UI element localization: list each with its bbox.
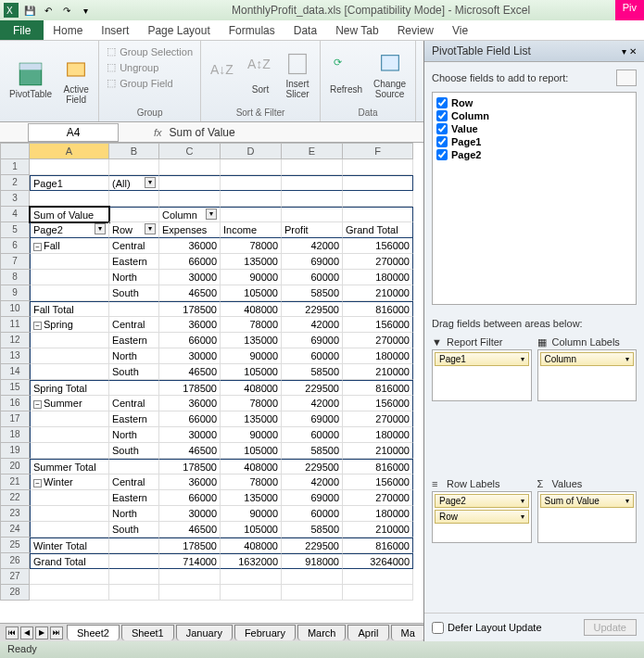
cell[interactable]: Fall Total — [30, 301, 109, 317]
cell[interactable] — [30, 285, 109, 301]
cell[interactable] — [109, 553, 159, 569]
row-10[interactable]: 10 — [0, 301, 30, 317]
activefield-button[interactable]: Active Field — [61, 55, 91, 107]
cell[interactable]: 60000 — [282, 427, 343, 443]
cell[interactable]: −Winter — [30, 475, 109, 490]
cell[interactable]: 816000 — [343, 301, 413, 317]
cell[interactable]: 918000 — [282, 553, 343, 569]
cell[interactable]: 156000 — [343, 238, 413, 254]
row-2[interactable]: 2 — [0, 175, 30, 191]
row-19[interactable]: 19 — [0, 443, 30, 459]
cell[interactable] — [159, 569, 221, 585]
update-button[interactable]: Update — [584, 619, 637, 636]
field-column[interactable]: Column — [436, 109, 632, 122]
cell[interactable]: 178500 — [159, 380, 221, 396]
cell[interactable]: 270000 — [343, 490, 413, 506]
cell[interactable]: Spring Total — [30, 380, 109, 396]
cell[interactable]: 180000 — [343, 427, 413, 443]
cells-area[interactable]: Page1(All)▾Sum of ValueColumn▾Page2▾Row▾… — [30, 159, 413, 601]
tab-home[interactable]: Home — [44, 21, 92, 40]
collapse-icon[interactable]: − — [33, 400, 42, 409]
cell[interactable]: 90000 — [221, 427, 282, 443]
cell[interactable]: 270000 — [343, 254, 413, 270]
cell[interactable] — [282, 159, 343, 175]
cell[interactable]: Eastern — [109, 411, 159, 427]
fieldlist-close-icon[interactable]: ✕ — [629, 46, 637, 57]
cell[interactable]: 714000 — [159, 553, 221, 569]
col-F[interactable]: F — [343, 143, 413, 159]
cell[interactable] — [109, 191, 159, 207]
cell[interactable] — [282, 207, 343, 222]
fieldlist-layout-button[interactable] — [616, 70, 637, 86]
area-item[interactable]: Column▾ — [540, 352, 635, 366]
cell[interactable]: (All)▾ — [109, 175, 159, 191]
row-26[interactable]: 26 — [0, 553, 30, 569]
cell[interactable] — [159, 175, 221, 191]
field-value[interactable]: Value — [436, 122, 632, 135]
cell[interactable]: 66000 — [159, 411, 221, 427]
sheet-tab[interactable]: April — [347, 625, 388, 640]
cell[interactable] — [30, 270, 109, 285]
cell[interactable]: 210000 — [343, 364, 413, 380]
cell[interactable]: Row▾ — [109, 222, 159, 238]
cell[interactable] — [282, 175, 343, 191]
defer-update-checkbox[interactable]: Defer Layout Update — [432, 622, 542, 634]
cell[interactable] — [109, 569, 159, 585]
cell[interactable]: Central — [109, 317, 159, 333]
cell[interactable]: Central — [109, 475, 159, 490]
cell[interactable]: South — [109, 522, 159, 538]
cell[interactable] — [343, 191, 413, 207]
collapse-icon[interactable]: − — [33, 243, 42, 251]
page2-dropdown-icon[interactable]: ▾ — [95, 223, 106, 234]
row-11[interactable]: 11 — [0, 317, 30, 333]
undo-icon[interactable]: ↶ — [41, 3, 56, 18]
row-15[interactable]: 15 — [0, 380, 30, 396]
row-28[interactable]: 28 — [0, 585, 30, 601]
tab-view[interactable]: Vie — [443, 21, 477, 40]
change-source-button[interactable]: Change Source — [372, 49, 408, 101]
cell[interactable]: Central — [109, 396, 159, 411]
column-dropdown-icon[interactable]: ▾ — [206, 209, 217, 220]
cell[interactable] — [221, 175, 282, 191]
cell[interactable] — [109, 301, 159, 317]
fx-icon[interactable]: fx — [154, 127, 162, 138]
cell[interactable]: 178500 — [159, 301, 221, 317]
formula-content[interactable]: Sum of Value — [170, 126, 235, 139]
cell[interactable]: 66000 — [159, 254, 221, 270]
cell[interactable]: Summer Total — [30, 459, 109, 475]
row-23[interactable]: 23 — [0, 506, 30, 522]
cell[interactable] — [343, 159, 413, 175]
cell[interactable]: 135000 — [221, 333, 282, 348]
cell[interactable] — [221, 569, 282, 585]
cell[interactable]: Grand Total — [343, 222, 413, 238]
cell[interactable]: North — [109, 427, 159, 443]
cell[interactable] — [109, 159, 159, 175]
sheet-nav-first-icon[interactable]: ⏮ — [6, 626, 19, 639]
cell[interactable] — [109, 207, 159, 222]
cell[interactable]: 46500 — [159, 522, 221, 538]
pivottable-button[interactable]: PivotTable — [7, 59, 54, 101]
row-18[interactable]: 18 — [0, 427, 30, 443]
cell[interactable]: 135000 — [221, 411, 282, 427]
cell[interactable] — [343, 585, 413, 601]
cell[interactable]: 1632000 — [221, 553, 282, 569]
cell[interactable]: Page1 — [30, 175, 109, 191]
row-17[interactable]: 17 — [0, 411, 30, 427]
cell[interactable] — [221, 207, 282, 222]
cell[interactable]: 408000 — [221, 538, 282, 553]
item-dropdown-icon[interactable]: ▾ — [521, 512, 524, 521]
cell[interactable] — [221, 585, 282, 601]
cell[interactable]: Page2▾ — [30, 222, 109, 238]
tab-formulas[interactable]: Formulas — [220, 21, 284, 40]
collapse-icon[interactable]: − — [33, 322, 42, 330]
cell[interactable]: South — [109, 443, 159, 459]
cell[interactable] — [30, 585, 109, 601]
row-27[interactable]: 27 — [0, 569, 30, 585]
cell[interactable]: 66000 — [159, 333, 221, 348]
cell[interactable]: Income — [221, 222, 282, 238]
cell[interactable] — [30, 411, 109, 427]
cell[interactable] — [30, 506, 109, 522]
sheet-tab[interactable]: March — [297, 625, 347, 640]
cell[interactable]: 210000 — [343, 522, 413, 538]
cell[interactable]: Eastern — [109, 490, 159, 506]
